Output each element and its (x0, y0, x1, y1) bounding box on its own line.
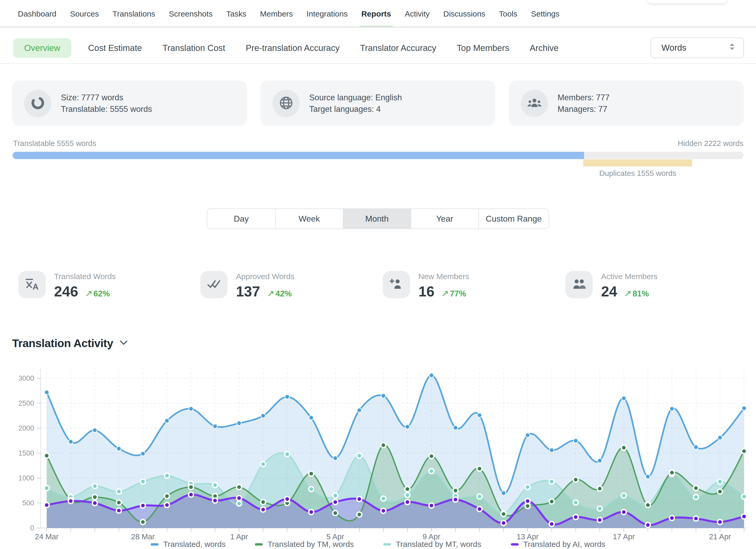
point-translated-by-mt-words[interactable] (140, 479, 145, 484)
point-translated-words[interactable] (285, 395, 290, 399)
legend-item-translated-by-mt-words[interactable]: Translated by MT, words (383, 540, 481, 549)
point-translated-by-tm-words[interactable] (549, 499, 554, 504)
point-translated-by-ai-words[interactable] (44, 503, 49, 508)
point-translated-words[interactable] (141, 451, 145, 456)
point-translated-by-mt-words[interactable] (116, 489, 121, 494)
point-translated-words[interactable] (93, 428, 97, 432)
unit-select[interactable]: Words (650, 38, 744, 58)
point-translated-by-ai-words[interactable] (477, 506, 482, 511)
point-translated-by-tm-words[interactable] (261, 500, 266, 505)
point-translated-by-tm-words[interactable] (44, 453, 49, 458)
range-tab-custom-range[interactable]: Custom Range (478, 209, 549, 228)
nav-item-dashboard[interactable]: Dashboard (18, 0, 56, 28)
point-translated-by-mt-words[interactable] (333, 493, 338, 498)
point-translated-words[interactable] (718, 436, 722, 440)
range-tab-year[interactable]: Year (411, 209, 478, 228)
point-translated-words[interactable] (261, 414, 265, 418)
point-translated-by-ai-words[interactable] (188, 492, 193, 497)
point-translated-by-mt-words[interactable] (742, 494, 747, 499)
point-translated-by-ai-words[interactable] (742, 514, 747, 519)
point-translated-words[interactable] (213, 424, 217, 428)
point-translated-by-ai-words[interactable] (429, 503, 434, 508)
point-translated-by-ai-words[interactable] (140, 503, 145, 508)
point-translated-by-tm-words[interactable] (92, 495, 97, 500)
legend-item-translated-by-tm-words[interactable]: Translated by TM, words (255, 540, 354, 549)
point-translated-by-ai-words[interactable] (285, 496, 290, 501)
point-translated-by-mt-words[interactable] (92, 484, 97, 489)
point-translated-by-ai-words[interactable] (453, 497, 458, 502)
point-translated-by-ai-words[interactable] (116, 508, 121, 513)
point-translated-by-mt-words[interactable] (621, 493, 626, 498)
point-translated-words[interactable] (333, 456, 338, 461)
report-tab-archive[interactable]: Archive (530, 43, 559, 53)
point-translated-by-ai-words[interactable] (92, 501, 97, 506)
point-translated-by-mt-words[interactable] (477, 494, 482, 499)
point-translated-by-tm-words[interactable] (116, 500, 121, 505)
point-translated-by-tm-words[interactable] (645, 503, 650, 508)
report-tab-cost-estimate[interactable]: Cost Estimate (88, 43, 142, 53)
point-translated-by-tm-words[interactable] (429, 454, 434, 459)
point-translated-by-ai-words[interactable] (333, 500, 338, 505)
point-translated-words[interactable] (357, 408, 361, 412)
report-tab-top-members[interactable]: Top Members (457, 43, 509, 53)
point-translated-by-ai-words[interactable] (501, 521, 506, 526)
nav-item-discussions[interactable]: Discussions (443, 0, 485, 28)
point-translated-words[interactable] (694, 445, 698, 449)
point-translated-words[interactable] (574, 438, 578, 443)
nav-item-reports[interactable]: Reports (361, 0, 391, 28)
point-translated-by-mt-words[interactable] (237, 501, 241, 506)
point-translated-by-ai-words[interactable] (213, 498, 218, 503)
point-translated-words[interactable] (453, 426, 458, 430)
point-translated-words[interactable] (622, 396, 626, 401)
point-translated-by-mt-words[interactable] (597, 506, 602, 511)
point-translated-by-mt-words[interactable] (357, 453, 362, 458)
point-translated-words[interactable] (117, 446, 121, 451)
point-translated-by-ai-words[interactable] (694, 516, 699, 521)
point-translated-words[interactable] (646, 474, 650, 479)
point-translated-by-mt-words[interactable] (525, 485, 530, 490)
point-translated-by-ai-words[interactable] (309, 510, 314, 515)
point-translated-words[interactable] (405, 425, 410, 429)
point-translated-words[interactable] (189, 406, 193, 411)
point-translated-by-tm-words[interactable] (573, 477, 578, 482)
point-translated-by-ai-words[interactable] (68, 499, 73, 504)
point-translated-words[interactable] (165, 419, 169, 423)
point-translated-by-ai-words[interactable] (525, 499, 530, 504)
point-translated-by-tm-words[interactable] (357, 512, 362, 517)
point-translated-by-mt-words[interactable] (213, 483, 218, 488)
point-translated-by-tm-words[interactable] (188, 485, 193, 490)
report-tab-translation-cost[interactable]: Translation Cost (162, 43, 225, 53)
report-tab-pre-translation-accuracy[interactable]: Pre-translation Accuracy (246, 43, 340, 53)
point-translated-by-tm-words[interactable] (501, 511, 506, 516)
point-translated-by-ai-words[interactable] (261, 507, 266, 512)
point-translated-words[interactable] (309, 416, 313, 420)
point-translated-by-ai-words[interactable] (405, 500, 410, 505)
nav-item-tools[interactable]: Tools (499, 0, 517, 28)
range-tab-month[interactable]: Month (343, 209, 411, 228)
report-tab-overview[interactable]: Overview (13, 38, 71, 58)
point-translated-by-mt-words[interactable] (165, 473, 170, 478)
point-translated-by-tm-words[interactable] (140, 520, 145, 525)
point-translated-by-ai-words[interactable] (165, 503, 170, 508)
range-tab-week[interactable]: Week (275, 209, 343, 228)
point-translated-by-tm-words[interactable] (717, 489, 722, 494)
point-translated-by-ai-words[interactable] (645, 522, 650, 527)
point-translated-words[interactable] (429, 373, 434, 378)
point-translated-by-ai-words[interactable] (573, 515, 578, 520)
nav-item-sources[interactable]: Sources (70, 0, 99, 28)
point-translated-by-tm-words[interactable] (333, 511, 338, 516)
point-translated-by-mt-words[interactable] (429, 469, 434, 474)
chevron-down-icon[interactable] (119, 340, 128, 347)
point-translated-by-ai-words[interactable] (669, 516, 674, 521)
point-translated-words[interactable] (69, 440, 73, 444)
point-translated-by-ai-words[interactable] (717, 520, 722, 525)
point-translated-by-mt-words[interactable] (405, 493, 410, 498)
point-translated-words[interactable] (381, 394, 386, 398)
point-translated-by-tm-words[interactable] (165, 494, 170, 499)
point-translated-by-tm-words[interactable] (453, 488, 458, 493)
point-translated-by-mt-words[interactable] (309, 487, 314, 492)
point-translated-by-ai-words[interactable] (549, 521, 554, 526)
nav-item-integrations[interactable]: Integrations (307, 0, 348, 28)
point-translated-by-mt-words[interactable] (381, 496, 386, 501)
point-translated-by-tm-words[interactable] (405, 487, 410, 492)
